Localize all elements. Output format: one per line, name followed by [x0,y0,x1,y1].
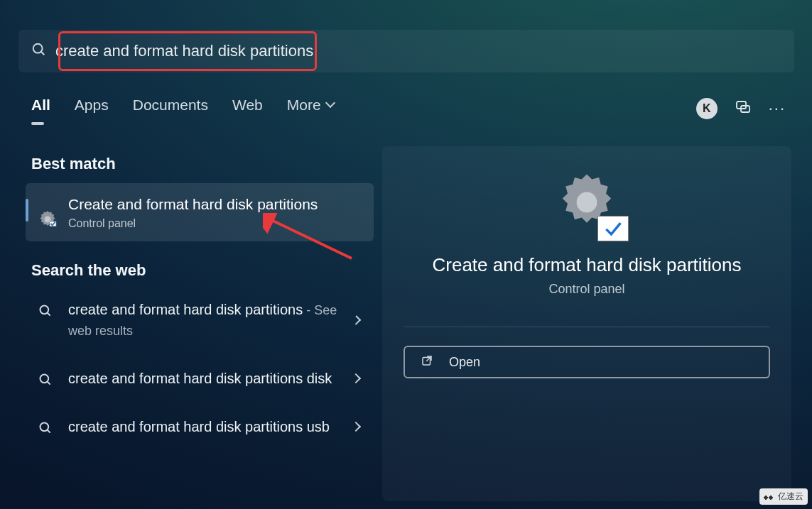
open-external-icon [421,354,433,371]
svg-point-0 [33,44,43,53]
best-match-result[interactable]: Create and format hard disk partitions C… [26,183,374,241]
web-result-text: create and format hard disk partitions -… [68,300,353,339]
tab-apps[interactable]: Apps [75,97,109,121]
divider [404,327,770,327]
tab-more[interactable]: More [287,97,335,121]
best-match-subtitle: Control panel [68,217,358,230]
search-icon [31,42,47,60]
watermark: 亿速云 [759,488,808,505]
search-icon [38,304,53,321]
tab-web[interactable]: Web [232,97,263,121]
search-icon [38,421,53,438]
tab-all[interactable]: All [31,97,50,121]
web-result-text: create and format hard disk partitions u… [68,417,330,437]
gear-icon [555,170,619,234]
svg-point-8 [40,374,49,383]
chevron-down-icon [327,101,335,109]
detail-pane: Create and format hard disk partitions C… [382,146,791,501]
svg-line-1 [41,52,45,55]
chevron-right-icon [351,422,361,432]
more-options-icon[interactable]: ··· [769,99,786,118]
checkmark-badge-icon [597,216,629,241]
svg-point-10 [40,422,49,431]
results-column: Best match Create and format hard disk p… [26,155,374,455]
svg-line-7 [48,313,50,316]
filter-tabs: All Apps Documents Web More K ··· [31,97,786,121]
chat-icon[interactable] [735,99,752,119]
tab-more-label: More [287,97,321,114]
best-match-title: Create and format hard disk partitions [68,195,358,214]
svg-line-11 [48,429,50,432]
detail-title: Create and format hard disk partitions [433,254,742,276]
svg-point-6 [40,306,49,314]
svg-point-12 [577,192,597,213]
open-button-label: Open [449,355,480,370]
user-avatar[interactable]: K [696,98,718,119]
gear-icon [37,209,58,233]
web-result-text: create and format hard disk partitions d… [68,368,332,388]
search-icon [38,373,53,390]
tab-documents[interactable]: Documents [133,97,208,121]
web-result[interactable]: create and format hard disk partitions d… [26,359,374,398]
best-match-heading: Best match [31,155,368,173]
web-result[interactable]: create and format hard disk partitions -… [26,290,374,349]
search-bar[interactable] [18,30,794,72]
chevron-right-icon [351,373,361,383]
search-input[interactable] [55,42,781,60]
search-web-heading: Search the web [31,261,368,280]
svg-line-9 [48,381,50,384]
web-result[interactable]: create and format hard disk partitions u… [26,407,374,447]
detail-subtitle: Control panel [548,282,624,297]
open-button[interactable]: Open [404,346,770,378]
